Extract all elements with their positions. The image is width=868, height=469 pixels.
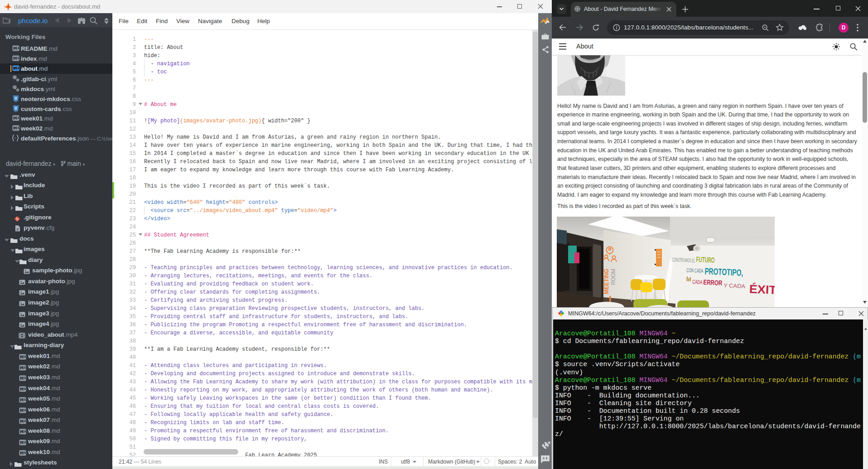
svg-text:CADA: CADA [692,279,703,285]
svg-text:MEETING: MEETING [602,269,610,294]
svg-text:CON CADA: CON CADA [686,267,704,274]
svg-text:Y CADA: Y CADA [723,282,746,290]
svg-text:CONSTRUIMOS EL: CONSTRUIMOS EL [672,256,695,264]
svg-text:ÉXIT: ÉXIT [749,282,775,297]
svg-text:ERROR: ERROR [703,278,723,287]
svg-text:ROOM: ROOM [610,269,617,285]
svg-text:PROTOTIPO,: PROTOTIPO, [704,266,743,278]
svg-text:FUTURO: FUTURO [696,255,715,265]
